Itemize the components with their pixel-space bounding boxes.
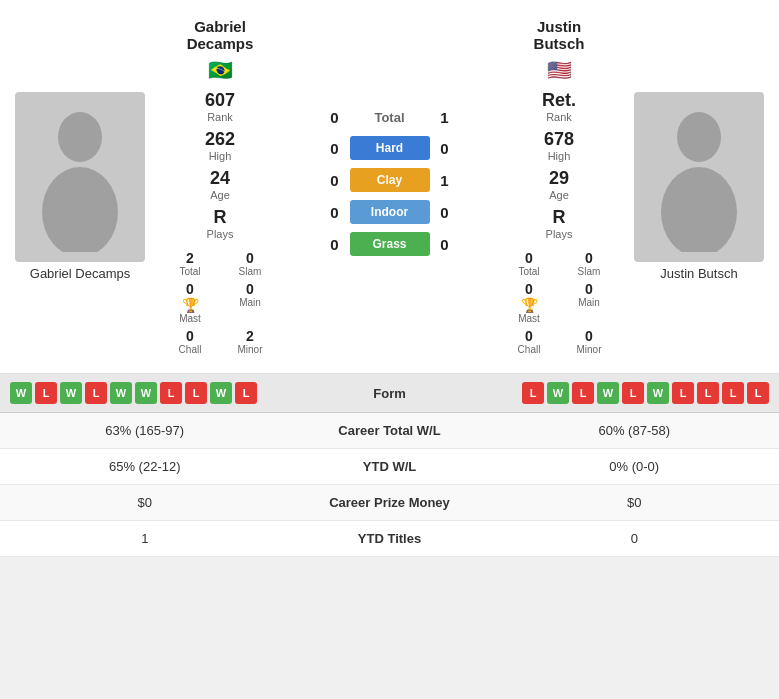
clay-right: 1	[430, 172, 460, 189]
right-main-label: Main	[563, 297, 615, 308]
form-badge-w: W	[597, 382, 619, 404]
right-chall-label: Chall	[503, 344, 555, 355]
left-age-label: Age	[210, 189, 230, 201]
match-section: Gabriel Decamps GabrielDecamps 🇧🇷 607 Ra…	[0, 0, 779, 374]
left-main-label: Main	[224, 297, 276, 308]
left-player-flag: 🇧🇷	[208, 58, 233, 82]
career-prize-label: Career Prize Money	[290, 495, 490, 510]
clay-row: 0 Clay 1	[280, 168, 499, 192]
left-chall-value: 0	[164, 328, 216, 344]
form-badge-l: L	[235, 382, 257, 404]
right-chall-cell: 0 Chall	[503, 328, 555, 355]
form-badge-w: W	[135, 382, 157, 404]
left-age-value: 24	[210, 168, 230, 189]
grass-row: 0 Grass 0	[280, 232, 499, 256]
svg-point-2	[677, 112, 721, 162]
middle-section: 0 Total 1 0 Hard 0 0 Clay 1 0 Indoor 0 0	[280, 10, 499, 363]
left-minor-value: 2	[224, 328, 276, 344]
total-row: 0 Total 1	[280, 109, 499, 126]
left-plays-label: Plays	[207, 228, 234, 240]
stats-table: 63% (165-97) Career Total W/L 60% (87-58…	[0, 413, 779, 557]
clay-badge: Clay	[350, 168, 430, 192]
form-badge-w: W	[60, 382, 82, 404]
svg-point-1	[42, 167, 118, 252]
hard-left: 0	[320, 140, 350, 157]
ytd-wl-row: 65% (22-12) YTD W/L 0% (0-0)	[0, 449, 779, 485]
form-badge-l: L	[722, 382, 744, 404]
career-wl-row: 63% (165-97) Career Total W/L 60% (87-58…	[0, 413, 779, 449]
form-badge-w: W	[547, 382, 569, 404]
form-badge-l: L	[697, 382, 719, 404]
hard-right: 0	[430, 140, 460, 157]
career-wl-left: 63% (165-97)	[0, 423, 290, 438]
right-player-info: JustinButsch 🇺🇸 Ret. Rank 678 High 29 Ag…	[499, 10, 619, 363]
ytd-titles-label: YTD Titles	[290, 531, 490, 546]
form-badge-w: W	[110, 382, 132, 404]
form-label: Form	[340, 386, 440, 401]
form-badge-w: W	[647, 382, 669, 404]
right-plays-value: R	[546, 207, 573, 228]
indoor-row: 0 Indoor 0	[280, 200, 499, 224]
grass-right: 0	[430, 236, 460, 253]
grass-badge: Grass	[350, 232, 430, 256]
form-badge-l: L	[622, 382, 644, 404]
left-high-value: 262	[205, 129, 235, 150]
main-container: Gabriel Decamps GabrielDecamps 🇧🇷 607 Ra…	[0, 0, 779, 557]
clay-left: 0	[320, 172, 350, 189]
left-minor-cell: 2 Minor	[224, 328, 276, 355]
career-prize-left: $0	[0, 495, 290, 510]
total-left-score: 0	[320, 109, 350, 126]
right-player-avatar	[634, 92, 764, 262]
right-minor-label: Minor	[563, 344, 615, 355]
form-badge-w: W	[10, 382, 32, 404]
ytd-wl-left: 65% (22-12)	[0, 459, 290, 474]
left-total-value: 2	[164, 250, 216, 266]
left-slam-label: Slam	[224, 266, 276, 277]
right-high-label: High	[544, 150, 574, 162]
left-plays-value: R	[207, 207, 234, 228]
form-badge-l: L	[185, 382, 207, 404]
right-total-cell: 0 Total	[503, 250, 555, 277]
right-player-name: JustinButsch	[534, 18, 585, 52]
right-chall-value: 0	[503, 328, 555, 344]
left-stats-grid: 2 Total 0 Slam 0 🏆 Mast 0 Main 0	[164, 250, 276, 355]
form-badge-l: L	[572, 382, 594, 404]
svg-point-0	[58, 112, 102, 162]
left-rank-label: Rank	[205, 111, 235, 123]
grass-left: 0	[320, 236, 350, 253]
right-form: LWLWLWLLLL	[440, 382, 770, 404]
career-prize-row: $0 Career Prize Money $0	[0, 485, 779, 521]
left-total-cell: 2 Total	[164, 250, 216, 277]
left-player-photo-area: Gabriel Decamps	[0, 10, 160, 363]
right-mast-label: Mast	[518, 313, 540, 324]
form-badge-l: L	[672, 382, 694, 404]
left-form: WLWLWWLLWL	[10, 382, 340, 404]
form-badge-l: L	[522, 382, 544, 404]
left-player-name: GabrielDecamps	[187, 18, 254, 52]
ytd-titles-right: 0	[490, 531, 780, 546]
form-badge-l: L	[35, 382, 57, 404]
hard-row: 0 Hard 0	[280, 136, 499, 160]
right-player-photo-area: Justin Butsch	[619, 10, 779, 363]
right-player-name-below: Justin Butsch	[660, 266, 737, 281]
left-trophy-icon: 🏆	[182, 297, 199, 313]
left-slam-cell: 0 Slam	[224, 250, 276, 277]
right-slam-cell: 0 Slam	[563, 250, 615, 277]
ytd-wl-right: 0% (0-0)	[490, 459, 780, 474]
right-slam-label: Slam	[563, 266, 615, 277]
indoor-left: 0	[320, 204, 350, 221]
right-rank-value: Ret.	[542, 90, 576, 111]
right-stats-grid: 0 Total 0 Slam 0 🏆 Mast 0 Main 0	[503, 250, 615, 355]
left-minor-label: Minor	[224, 344, 276, 355]
right-minor-cell: 0 Minor	[563, 328, 615, 355]
right-trophy-icon: 🏆	[521, 297, 538, 313]
indoor-right: 0	[430, 204, 460, 221]
ytd-wl-label: YTD W/L	[290, 459, 490, 474]
right-age-label: Age	[549, 189, 569, 201]
right-high-value: 678	[544, 129, 574, 150]
career-wl-label: Career Total W/L	[290, 423, 490, 438]
left-player-avatar	[15, 92, 145, 262]
right-rank-label: Rank	[542, 111, 576, 123]
right-main-cell: 0 Main	[563, 281, 615, 324]
form-section: WLWLWWLLWL Form LWLWLWLLLL	[0, 374, 779, 413]
